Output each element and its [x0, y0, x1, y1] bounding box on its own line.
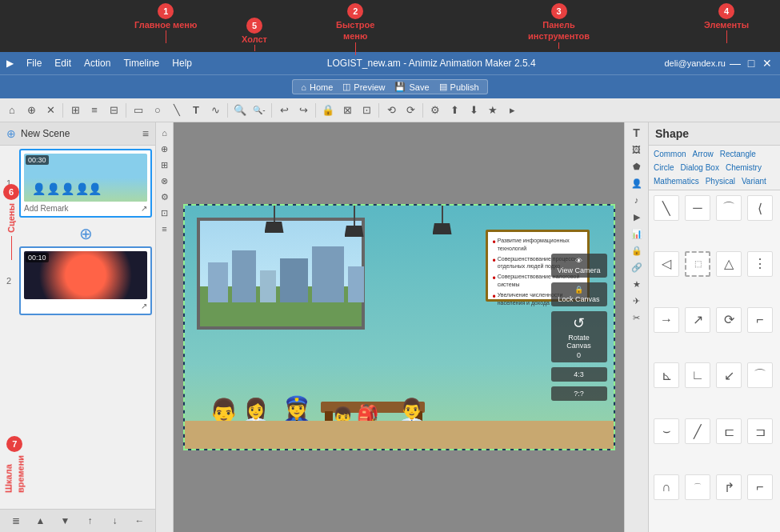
elem-dots[interactable]: ⋮ — [747, 251, 773, 277]
toolbar-align-btn[interactable]: ⊡ — [358, 102, 375, 119]
menu-action[interactable]: Action — [78, 56, 117, 70]
share-icon-2[interactable]: ↗ — [141, 302, 147, 310]
elem-dotted-rect[interactable]: ⬚ — [685, 251, 710, 277]
elem-diagonal-line[interactable]: ╲ — [654, 195, 679, 221]
side-puzzle-btn[interactable]: ⊡ — [158, 206, 172, 220]
elem-arc[interactable]: ⌣ — [654, 418, 679, 444]
rt-music-btn[interactable]: ♪ — [630, 193, 644, 207]
toolbar-remove-btn[interactable]: ✕ — [42, 102, 59, 119]
lock-canvas-btn[interactable]: 🔒 Lock Canvas — [551, 282, 607, 306]
side-add-btn[interactable]: ⊕ — [158, 142, 172, 156]
scene-item-1[interactable]: ✏ ⧉ 00:30 👤 👤 👤 👤 👤 — [19, 149, 152, 218]
elem-horizontal-line[interactable]: ─ — [685, 195, 710, 221]
side-layers-btn[interactable]: ≡ — [158, 222, 172, 236]
rt-cut-btn[interactable]: ✂ — [630, 310, 644, 325]
toolbar-home-btn[interactable]: ⌂ — [3, 102, 21, 119]
elem-tab-rectangle[interactable]: Rectangle — [718, 149, 758, 159]
toolbar-group-btn[interactable]: ⊠ — [338, 102, 356, 119]
elem-tab-variant[interactable]: Variant — [740, 176, 768, 186]
elem-arrow-up-corner[interactable]: ↱ — [716, 474, 742, 500]
view-camera-btn[interactable]: 👁 View Camera — [551, 254, 607, 278]
toolbar-settings-btn[interactable]: ⚙ — [426, 102, 444, 119]
scenes-list-icon[interactable]: ≡ — [142, 127, 149, 140]
elem-tab-common[interactable]: Common — [652, 149, 688, 159]
toolbar-import-btn[interactable]: ⬇ — [465, 102, 482, 119]
elem-tab-physical[interactable]: Physical — [704, 176, 737, 186]
elem-small-arc[interactable]: ⌒ — [685, 474, 710, 500]
canvas-frame[interactable]: ▶ Default Camera — [183, 204, 615, 450]
toolbar-rect-btn[interactable]: ▭ — [130, 102, 147, 119]
scenes-up-btn[interactable]: ▲ — [33, 513, 49, 529]
menu-expand-arrow[interactable]: ▶ — [6, 58, 14, 69]
rt-lock-btn[interactable]: 🔒 — [630, 243, 644, 258]
toolbar-list-btn[interactable]: ≡ — [86, 102, 103, 119]
toolbar-zoom-out-btn[interactable]: 🔍- — [250, 102, 268, 119]
quick-home-btn[interactable]: ⌂ Home — [301, 82, 333, 92]
side-home-btn[interactable]: ⌂ — [158, 126, 172, 140]
elem-corner[interactable]: ⌐ — [747, 307, 773, 333]
rt-plane-btn[interactable]: ✈ — [630, 294, 644, 308]
share-icon-1[interactable]: ↗ — [141, 204, 147, 213]
rt-star-btn[interactable]: ★ — [630, 277, 644, 291]
scene-item-2[interactable]: ✏ ⧉ 00:10 ↗ — [19, 246, 152, 315]
scenes-down-btn[interactable]: ▼ — [58, 513, 74, 529]
elem-triangle[interactable]: ◁ — [654, 251, 679, 277]
elem-tab-circle[interactable]: Circle — [652, 162, 676, 173]
toolbar-redo-btn[interactable]: ↪ — [294, 102, 312, 119]
scenes-delete-btn[interactable]: ← — [132, 513, 148, 529]
elem-tab-arrow[interactable]: Arrow — [691, 149, 715, 159]
elem-open-triangle[interactable]: △ — [716, 251, 742, 277]
rt-char-btn[interactable]: 👤 — [630, 176, 644, 190]
toolbar-flip-v-btn[interactable]: ⟳ — [402, 102, 419, 119]
elem-bracket-left[interactable]: ⊏ — [716, 418, 742, 444]
side-settings-btn[interactable]: ⚙ — [158, 190, 172, 204]
toolbar-cols-btn[interactable]: ⊟ — [105, 102, 122, 119]
minimize-button[interactable]: — — [729, 57, 742, 70]
close-button[interactable]: ✕ — [761, 57, 774, 70]
rt-chart-btn[interactable]: 📊 — [630, 226, 644, 241]
add-remark-label-1[interactable]: Add Remark — [24, 204, 69, 213]
scenes-add-bottom-btn[interactable]: ≣ — [8, 513, 24, 529]
elem-curve-1[interactable]: ⌒ — [716, 195, 742, 221]
quick-save-btn[interactable]: 💾 Save — [394, 82, 429, 92]
elem-l-shape[interactable]: ∟ — [685, 362, 710, 388]
menu-timeline[interactable]: Timeline — [117, 56, 166, 70]
toolbar-flip-h-btn[interactable]: ⟲ — [382, 102, 400, 119]
rt-link-btn[interactable]: 🔗 — [630, 260, 644, 274]
elem-tab-dialog[interactable]: Dialog Box — [679, 162, 721, 173]
elem-tab-chemistry[interactable]: Chemistry — [724, 162, 763, 173]
toolbar-more-btn[interactable]: ▸ — [503, 102, 521, 119]
toolbar-grid-btn[interactable]: ⊞ — [66, 102, 84, 119]
add-scene-button[interactable]: New Scene — [21, 128, 70, 139]
toolbar-line-btn[interactable]: ╲ — [168, 102, 186, 119]
add-circle-icon[interactable]: ⊕ — [79, 225, 93, 242]
elem-right-angle[interactable]: ⊾ — [654, 362, 679, 388]
side-grid-btn[interactable]: ⊞ — [158, 158, 172, 172]
elem-arrow-down-left[interactable]: ↙ — [716, 362, 742, 388]
toolbar-text-btn[interactable]: T — [187, 102, 205, 119]
elem-rotate[interactable]: ⟳ — [716, 307, 742, 333]
elem-angle[interactable]: ⟨ — [747, 195, 773, 221]
elem-bracket-right[interactable]: ⊐ — [747, 418, 773, 444]
menu-help[interactable]: Help — [166, 56, 198, 70]
quick-publish-btn[interactable]: ▤ Publish — [439, 82, 479, 92]
aspect-ratio-btn[interactable]: 4:3 — [551, 367, 607, 382]
rt-shape-btn[interactable]: ⬟ — [630, 159, 644, 174]
toolbar-lock-btn[interactable]: 🔒 — [319, 102, 337, 119]
toolbar-export-btn[interactable]: ⬆ — [446, 102, 463, 119]
elem-diagonal-2[interactable]: ╱ — [685, 418, 710, 444]
menu-file[interactable]: File — [20, 56, 48, 70]
elem-curve-up[interactable]: ⌒ — [747, 362, 773, 388]
elem-arrow-right[interactable]: → — [654, 307, 679, 333]
rt-image-btn[interactable]: 🖼 — [630, 142, 644, 157]
rt-video-btn[interactable]: ▶ — [630, 210, 644, 224]
toolbar-add-btn[interactable]: ⊕ — [22, 102, 40, 119]
menu-edit[interactable]: Edit — [48, 56, 78, 70]
side-pointer-btn[interactable]: ⊗ — [158, 174, 172, 188]
elem-arrow-up-right[interactable]: ↗ — [685, 307, 710, 333]
toolbar-zoom-in-btn[interactable]: 🔍 — [231, 102, 249, 119]
elem-tab-math[interactable]: Mathematics — [652, 176, 701, 186]
elem-arch[interactable]: ∩ — [654, 474, 679, 500]
add-between-scenes-btn[interactable]: ⊕ — [19, 221, 152, 246]
scenes-move-down-btn[interactable]: ↓ — [107, 513, 123, 529]
